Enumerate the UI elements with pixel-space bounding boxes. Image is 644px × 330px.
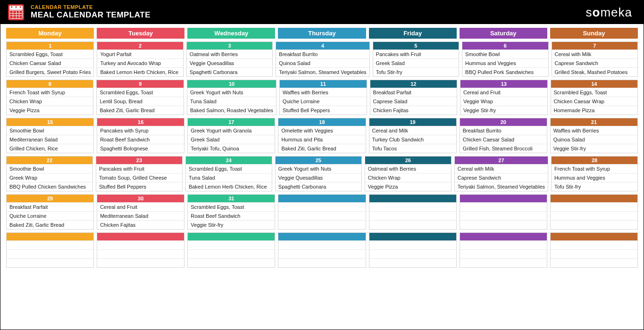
meal-entry[interactable]: Veggie Stir-fry	[460, 106, 547, 115]
meal-entry[interactable]: Turkey Club Sandwich	[369, 135, 456, 144]
meal-entry[interactable]: Chicken Caesar Wrap	[551, 97, 637, 106]
meal-entry[interactable]	[278, 202, 365, 211]
meal-entry[interactable]: Greek Yogurt with Nuts	[187, 88, 276, 97]
meal-entry[interactable]	[369, 240, 456, 249]
meal-entry[interactable]	[369, 249, 456, 258]
meal-entry[interactable]: Teriyaki Salmon, Steamed Vegetables	[455, 182, 548, 191]
day-cell[interactable]	[6, 232, 94, 268]
day-cell[interactable]	[97, 232, 184, 268]
meal-entry[interactable]	[278, 211, 365, 220]
meal-entry[interactable]: Chicken Wrap	[7, 97, 93, 106]
meal-entry[interactable]: Caprese Sandwich	[455, 173, 548, 182]
meal-entry[interactable]: Tuna Salad	[187, 97, 276, 106]
meal-entry[interactable]: Tofu Stir-fry	[373, 67, 459, 76]
meal-entry[interactable]: Roast Beef Sandwich	[97, 135, 184, 144]
meal-entry[interactable]: Greek Yogurt with Granola	[188, 126, 275, 135]
meal-entry[interactable]: Tofu Tacos	[369, 144, 456, 153]
meal-entry[interactable]	[188, 258, 275, 267]
meal-entry[interactable]: Smoothie Bowl	[462, 50, 548, 58]
day-cell[interactable]: 1Scrambled Eggs, ToastChicken Caesar Sal…	[6, 41, 94, 77]
meal-entry[interactable]: Oatmeal with Berries	[187, 50, 272, 58]
meal-entry[interactable]	[369, 220, 456, 229]
meal-entry[interactable]: Quiche Lorraine	[7, 211, 93, 220]
meal-entry[interactable]: Baked Ziti, Garlic Bread	[278, 144, 365, 153]
meal-entry[interactable]: Baked Ziti, Garlic Bread	[7, 220, 93, 229]
meal-entry[interactable]: Homemade Pizza	[551, 106, 637, 115]
meal-entry[interactable]: Veggie Wrap	[460, 97, 547, 106]
meal-entry[interactable]: Breakfast Parfait	[7, 202, 93, 211]
meal-entry[interactable]: Mediterranean Salad	[97, 211, 184, 220]
day-cell[interactable]: 12Breakfast ParfaitCaprese SaladChicken …	[370, 80, 457, 115]
meal-entry[interactable]: Mediterranean Salad	[7, 135, 93, 144]
meal-entry[interactable]	[369, 202, 456, 211]
meal-entry[interactable]: Veggie Quesadillas	[187, 58, 272, 67]
meal-entry[interactable]	[278, 249, 365, 258]
meal-entry[interactable]: Chicken Wrap	[365, 173, 451, 182]
meal-entry[interactable]: Cereal and Milk	[369, 126, 456, 135]
meal-entry[interactable]: French Toast with Syrup	[552, 164, 637, 173]
meal-entry[interactable]: Tomato Soup, Grilled Cheese	[96, 173, 182, 182]
meal-entry[interactable]: Smoothie Bowl	[7, 126, 93, 135]
day-cell[interactable]	[278, 232, 366, 268]
day-cell[interactable]	[369, 232, 457, 268]
meal-entry[interactable]	[460, 211, 547, 220]
meal-entry[interactable]: Spaghetti Carbonara	[187, 67, 272, 76]
day-cell[interactable]: 3Oatmeal with BerriesVeggie QuesadillasS…	[186, 41, 273, 77]
meal-entry[interactable]: Stuffed Bell Peppers	[96, 182, 182, 191]
meal-entry[interactable]: Scrambled Eggs, Toast	[188, 202, 275, 211]
meal-entry[interactable]	[369, 211, 456, 220]
day-cell[interactable]: 27Cereal with MilkCaprese SandwichTeriya…	[454, 156, 548, 191]
meal-entry[interactable]	[7, 249, 93, 258]
meal-entry[interactable]: Veggie Stir-fry	[188, 220, 275, 229]
meal-entry[interactable]: Hummus and Pita	[278, 135, 365, 144]
meal-entry[interactable]: Stuffed Bell Peppers	[280, 106, 366, 115]
meal-entry[interactable]: Greek Salad	[373, 58, 459, 67]
meal-entry[interactable]: Chicken Caesar Salad	[7, 58, 93, 67]
meal-entry[interactable]: Caprese Salad	[370, 97, 457, 106]
day-cell[interactable]: 31Scrambled Eggs, ToastRoast Beef Sandwi…	[187, 194, 275, 230]
day-cell[interactable]: 30Cereal and FruitMediterranean SaladChi…	[97, 194, 184, 230]
meal-entry[interactable]: Tuna Salad	[186, 173, 272, 182]
meal-entry[interactable]: Breakfast Parfait	[370, 88, 457, 97]
day-cell[interactable]	[460, 194, 547, 230]
meal-entry[interactable]: Greek Salad	[188, 135, 275, 144]
day-cell[interactable]: 21Waffles with BerriesQuinoa SaladVeggie…	[550, 118, 638, 153]
meal-entry[interactable]: Hummus and Veggies	[462, 58, 548, 67]
day-cell[interactable]: 5Pancakes with FruitGreek SaladTofu Stir…	[373, 41, 459, 77]
meal-entry[interactable]: Cereal and Fruit	[97, 202, 184, 211]
meal-entry[interactable]: Quinoa Salad	[276, 58, 369, 67]
meal-entry[interactable]: BBQ Pulled Chicken Sandwiches	[7, 182, 92, 191]
meal-entry[interactable]	[551, 240, 637, 249]
meal-entry[interactable]: Grilled Burgers, Sweet Potato Fries	[7, 67, 93, 76]
day-cell[interactable]: 19Cereal and MilkTurkey Club SandwichTof…	[369, 118, 457, 153]
meal-entry[interactable]: Baked Ziti, Garlic Bread	[97, 106, 183, 115]
meal-entry[interactable]	[551, 249, 637, 258]
meal-entry[interactable]	[551, 258, 637, 267]
day-cell[interactable]: 8French Toast with SyrupChicken WrapVegg…	[6, 80, 93, 115]
meal-entry[interactable]: Spaghetti Bolognese	[97, 144, 184, 153]
day-cell[interactable]: 7Cereal with MilkCaprese SandwichGrilled…	[552, 41, 638, 77]
day-cell[interactable]: 11Waffles with BerriesQuiche LorraineStu…	[279, 80, 367, 115]
meal-entry[interactable]	[188, 240, 275, 249]
meal-entry[interactable]	[278, 220, 365, 229]
meal-entry[interactable]: Lentil Soup, Bread	[97, 97, 183, 106]
meal-entry[interactable]	[460, 220, 547, 229]
meal-entry[interactable]	[551, 211, 637, 220]
meal-entry[interactable]: Cereal with Milk	[455, 164, 548, 173]
meal-entry[interactable]: Omelette with Veggies	[278, 126, 365, 135]
day-cell[interactable]: 23Pancakes with FruitTomato Soup, Grille…	[96, 156, 183, 191]
day-cell[interactable]	[550, 232, 638, 268]
day-cell[interactable]: 4Breakfast BurritoQuinoa SaladTeriyaki S…	[276, 41, 369, 77]
meal-entry[interactable]	[97, 258, 184, 267]
meal-entry[interactable]: Veggie Pizza	[365, 182, 451, 191]
meal-entry[interactable]	[460, 202, 547, 211]
day-cell[interactable]	[278, 194, 366, 230]
meal-entry[interactable]: Cereal with Milk	[552, 50, 637, 58]
day-cell[interactable]: 28French Toast with SyrupHummus and Vegg…	[551, 156, 638, 191]
meal-entry[interactable]	[460, 258, 547, 267]
meal-entry[interactable]: Chicken Caesar Salad	[460, 135, 547, 144]
meal-entry[interactable]: Grilled Chicken, Rice	[7, 144, 93, 153]
meal-entry[interactable]: Scrambled Eggs, Toast	[551, 88, 637, 97]
meal-entry[interactable]	[460, 240, 547, 249]
meal-entry[interactable]: Chicken Fajitas	[97, 220, 184, 229]
